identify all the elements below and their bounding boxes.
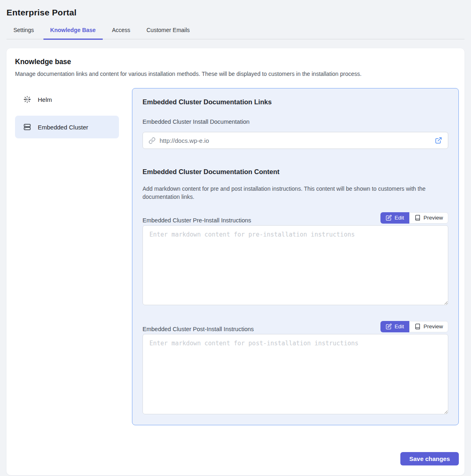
post-install-label: Embedded Cluster Post-Install Instructio… [143, 326, 254, 332]
tab-bar: Settings Knowledge Base Access Customer … [6, 23, 465, 39]
knowledge-base-card: Knowledge base Manage documentation link… [6, 48, 465, 475]
sidebar-item-label: Helm [38, 96, 52, 103]
preview-button-label: Preview [423, 215, 443, 221]
save-changes-button[interactable]: Save changes [400, 452, 459, 465]
link-icon [149, 137, 156, 144]
svg-text:HELM: HELM [24, 98, 30, 101]
preview-button-label: Preview [423, 323, 443, 330]
post-install-edit-button[interactable]: Edit [380, 321, 409, 332]
install-method-nav: HELM Helm Embedded Cluster [15, 88, 119, 143]
section-description: Manage documentation links and content f… [15, 71, 459, 77]
links-section-heading: Embedded Cluster Documentation Links [143, 98, 448, 106]
page-header: Enterprise Portal Settings Knowledge Bas… [0, 0, 471, 39]
tab-settings[interactable]: Settings [6, 23, 41, 40]
server-stack-icon [23, 123, 31, 131]
book-icon [415, 323, 421, 330]
pre-install-edit-button[interactable]: Edit [380, 212, 409, 224]
content-section-heading: Embedded Cluster Documentation Content [143, 168, 448, 176]
tab-customer-emails[interactable]: Customer Emails [140, 23, 197, 40]
section-title: Knowledge base [15, 58, 459, 66]
tab-knowledge-base[interactable]: Knowledge Base [43, 23, 103, 40]
post-install-textarea[interactable] [143, 334, 448, 414]
install-doc-label: Embedded Cluster Install Documentation [143, 118, 448, 125]
edit-button-label: Edit [395, 323, 404, 330]
tab-access[interactable]: Access [105, 23, 137, 40]
pre-install-textarea[interactable] [143, 225, 448, 305]
edit-icon [386, 215, 392, 221]
pre-install-mode-toggle: Edit Preview [380, 212, 448, 224]
content-section-description: Add markdown content for pre and post in… [143, 185, 447, 201]
edit-button-label: Edit [395, 215, 404, 221]
edit-icon [386, 323, 392, 330]
pre-install-preview-button[interactable]: Preview [409, 212, 448, 224]
book-icon [415, 215, 421, 221]
sidebar-item-embedded-cluster[interactable]: Embedded Cluster [15, 116, 119, 138]
external-link-icon[interactable] [435, 137, 442, 144]
page-title: Enterprise Portal [6, 8, 465, 17]
embedded-cluster-panel: Embedded Cluster Documentation Links Emb… [132, 88, 459, 425]
post-install-preview-button[interactable]: Preview [409, 321, 448, 332]
install-doc-url-input[interactable] [160, 137, 431, 144]
install-doc-url-field [143, 132, 448, 149]
sidebar-item-label: Embedded Cluster [38, 124, 88, 131]
sidebar-item-helm[interactable]: HELM Helm [15, 88, 119, 111]
helm-icon: HELM [23, 95, 31, 103]
post-install-mode-toggle: Edit Preview [380, 321, 448, 332]
pre-install-label: Embedded Cluster Pre-Install Instruction… [143, 217, 251, 224]
